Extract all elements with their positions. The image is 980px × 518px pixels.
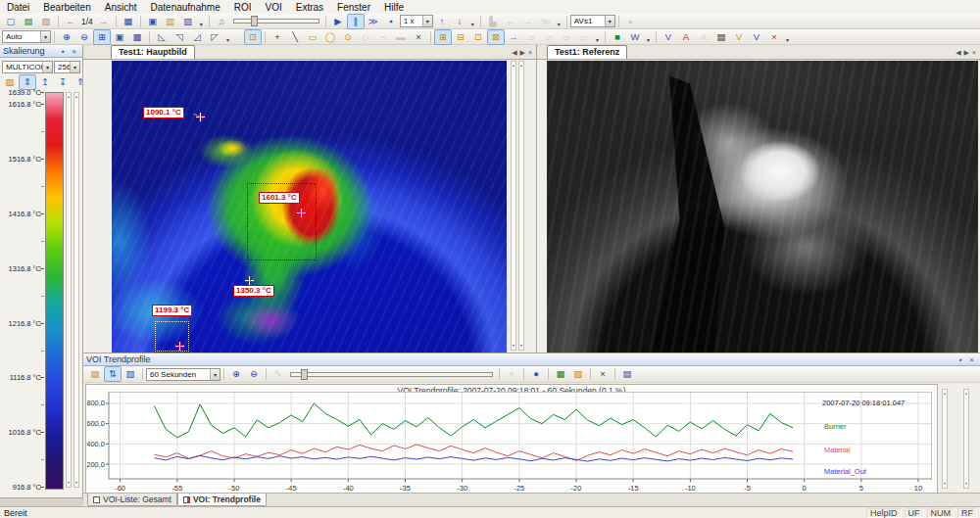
time-scroll-slider[interactable] xyxy=(287,368,496,381)
export-table-icon[interactable]: ▤ xyxy=(20,14,37,29)
menu-voi[interactable]: VOI xyxy=(258,2,288,13)
voi-list-icon[interactable]: ▤ xyxy=(712,29,730,45)
first-frame-icon[interactable]: ↑ xyxy=(433,14,451,29)
more-file-tools-icon[interactable]: ▾ xyxy=(197,14,206,29)
measurement-cross-icon[interactable] xyxy=(196,113,205,121)
voi-delete-icon[interactable]: × xyxy=(765,29,783,45)
roi-apply-icon[interactable]: → xyxy=(505,29,522,45)
thermal-image[interactable]: 1090.1 °C1601.3 °C1350.3 °C1199.3 °C xyxy=(112,61,507,353)
scale-min-icon[interactable]: ↧ xyxy=(54,74,72,90)
stop-icon[interactable]: ▪ xyxy=(382,14,400,29)
copy-trend-icon[interactable]: ▤ xyxy=(86,366,104,382)
more-voi-icon[interactable]: ▾ xyxy=(783,29,792,45)
snapshot-icon[interactable]: ▥ xyxy=(162,14,179,29)
menu-roi[interactable]: ROI xyxy=(227,2,259,13)
time-scroll-slider-thumb[interactable] xyxy=(301,369,308,380)
scaling-mode-combo[interactable]: Auto▾ xyxy=(2,30,51,43)
menu-datenaufnahme[interactable]: Datenaufnahme xyxy=(144,2,227,13)
scroll-up-icon[interactable]: ▴ xyxy=(519,63,523,69)
avs-combo-arrow-icon[interactable]: ▾ xyxy=(605,16,614,26)
zoom-in-icon[interactable]: ⊕ xyxy=(58,29,75,45)
copy-image-icon[interactable]: ▣ xyxy=(144,14,162,29)
pixel-grid-icon[interactable]: ▩ xyxy=(128,29,146,45)
measurement-cross-icon[interactable] xyxy=(297,209,306,217)
audio-position-slider[interactable] xyxy=(230,15,322,27)
export-image-icon[interactable]: ▨ xyxy=(569,366,587,382)
draw-rect-icon[interactable]: ▭ xyxy=(304,29,321,45)
bottom-tab-voi-liste[interactable]: VOI-Liste: Gesamt xyxy=(87,494,177,506)
voi-rect-icon[interactable]: V xyxy=(660,29,677,45)
interval-combo[interactable]: 60 Sekunden▾ xyxy=(146,368,220,381)
scroll-up-icon[interactable]: ▴ xyxy=(964,391,968,397)
print-icon[interactable]: ▤ xyxy=(618,366,636,382)
menu-extras[interactable]: Extras xyxy=(289,2,330,13)
scroll-down-icon[interactable]: ▾ xyxy=(943,481,947,487)
menu-bearbeiten[interactable]: Bearbeiten xyxy=(36,2,97,13)
roi-move-icon[interactable]: ⊠ xyxy=(487,29,505,45)
menu-hilfe[interactable]: Hilfe xyxy=(377,2,411,13)
voi-area-icon[interactable]: A xyxy=(677,29,695,45)
next-frame-icon[interactable]: → xyxy=(95,14,113,29)
voi-trend-icon[interactable]: V xyxy=(748,29,765,45)
scroll-track[interactable]: ▴▾ xyxy=(66,92,72,488)
roi-subtract-icon[interactable]: ⊟ xyxy=(452,29,469,45)
next-view-icon[interactable]: ▶ xyxy=(520,49,525,57)
last-frame-icon[interactable]: ↓ xyxy=(451,14,468,29)
rotate-left-icon[interactable]: ◺ xyxy=(153,29,171,45)
prev-view-icon[interactable]: ◀ xyxy=(512,49,516,57)
draw-ellipse-icon[interactable]: ⊙ xyxy=(339,29,357,45)
scroll-down-icon[interactable]: ▾ xyxy=(512,343,515,349)
speaker-icon[interactable]: ♫ xyxy=(213,14,230,29)
measurement-cross-icon[interactable] xyxy=(245,276,254,285)
scroll-track[interactable]: ▴▾ xyxy=(511,61,516,351)
color-scale-bar[interactable] xyxy=(45,92,64,490)
more-playback-icon[interactable]: ▾ xyxy=(468,14,477,29)
menu-ansicht[interactable]: Ansicht xyxy=(98,2,144,13)
tab-referenz[interactable]: Test1: Referenz xyxy=(547,45,627,59)
more-roi-icon[interactable]: ▾ xyxy=(593,29,602,45)
draw-circle-icon[interactable]: ◯ xyxy=(321,29,339,45)
scroll-up-icon[interactable]: ▴ xyxy=(943,391,947,397)
menu-fenster[interactable]: Fenster xyxy=(330,2,377,13)
palette-combo[interactable]: MULTICOLOR ▾ xyxy=(2,61,53,73)
close-view-icon[interactable]: × xyxy=(972,49,976,56)
trend-settings-icon[interactable]: ▧ xyxy=(122,366,139,382)
fast-forward-icon[interactable]: ≫ xyxy=(365,14,382,29)
levels-combo[interactable]: 256 ▾ xyxy=(54,61,80,73)
autoscroll-icon[interactable]: ⇅ xyxy=(104,366,122,382)
save-icon[interactable]: ▦ xyxy=(120,14,137,29)
new-document-icon[interactable]: ▢ xyxy=(2,14,20,29)
menu-datei[interactable]: Datei xyxy=(0,2,36,13)
dock-image-icon[interactable]: ⊡ xyxy=(244,29,262,45)
scroll-up-icon[interactable]: ▴ xyxy=(67,94,71,100)
zoom-time-in-icon[interactable]: ⊕ xyxy=(227,366,245,382)
lens-icon[interactable]: ● xyxy=(527,366,545,382)
zoom-out-icon[interactable]: ⊖ xyxy=(75,29,93,45)
matrix-export-icon[interactable]: W xyxy=(626,29,644,45)
scroll-up-icon[interactable]: ▴ xyxy=(74,94,78,100)
scroll-track[interactable]: ▴▾ xyxy=(942,389,948,489)
more-export-icon[interactable]: ▾ xyxy=(644,29,653,45)
scroll-up-icon[interactable]: ▴ xyxy=(512,63,515,69)
playback-speed-combo[interactable]: 1 x▾ xyxy=(400,15,433,27)
scroll-track[interactable]: ▴▾ xyxy=(963,389,969,489)
fit-to-window-icon[interactable]: ⊞ xyxy=(93,29,111,45)
more-range-icon[interactable]: ▾ xyxy=(555,14,564,29)
audio-position-slider-thumb[interactable] xyxy=(251,16,258,26)
measurement-roi[interactable] xyxy=(247,183,317,260)
zoom-time-out-icon[interactable]: ⊖ xyxy=(245,366,263,382)
close-icon[interactable]: × xyxy=(69,47,79,56)
temperature-label[interactable]: 1601.3 °C xyxy=(259,192,300,204)
temperature-label[interactable]: 1350.3 °C xyxy=(233,285,274,297)
scroll-track[interactable]: ▴▾ xyxy=(74,92,79,488)
roi-add-icon[interactable]: ⊞ xyxy=(434,29,452,45)
open-file-icon[interactable]: ▧ xyxy=(37,14,55,29)
mask-icon[interactable]: ■ xyxy=(609,29,626,45)
flip-vertical-icon[interactable]: ◸ xyxy=(206,29,223,45)
scroll-down-icon[interactable]: ▾ xyxy=(964,481,968,487)
close-view-icon[interactable]: × xyxy=(528,49,532,56)
roi-copy-icon[interactable]: ⊡ xyxy=(469,29,487,45)
measurement-cross-icon[interactable] xyxy=(175,342,184,351)
delete-trend-icon[interactable]: × xyxy=(594,366,612,382)
delete-shape-icon[interactable]: × xyxy=(410,29,427,45)
